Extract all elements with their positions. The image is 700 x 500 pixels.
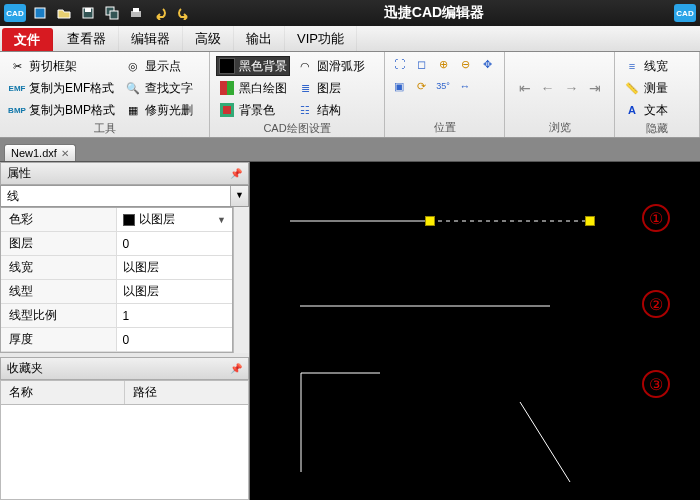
prop-val: 以图层 xyxy=(117,256,233,279)
label: 查找文字 xyxy=(145,80,193,97)
scrollbar[interactable] xyxy=(233,207,249,353)
target-icon: ◎ xyxy=(125,58,141,74)
menu-viewer[interactable]: 查看器 xyxy=(55,26,119,51)
prop-key: 图层 xyxy=(1,232,117,255)
zoom-extents-icon[interactable]: ⛶ xyxy=(391,56,407,72)
prop-val: 0 xyxy=(117,328,233,351)
prop-val: 1 xyxy=(117,304,233,327)
save-icon[interactable] xyxy=(78,3,98,23)
find-text-button[interactable]: 🔍查找文字 xyxy=(122,78,196,98)
app-title: 迅捷CAD编辑器 xyxy=(198,4,670,22)
measure-button[interactable]: 📏测量 xyxy=(621,78,671,98)
prop-val: 以图层 xyxy=(117,280,233,303)
properties-header: 属性 📌 xyxy=(0,162,249,185)
bw-icon xyxy=(219,80,235,96)
app-logo-right: CAD xyxy=(674,4,696,22)
chevron-down-icon[interactable]: ▼ xyxy=(217,215,226,225)
annotation-2: ② xyxy=(642,290,670,318)
label: 黑白绘图 xyxy=(239,80,287,97)
document-tab[interactable]: New1.dxf ✕ xyxy=(4,144,76,161)
object-type-select[interactable]: ▼ xyxy=(0,185,249,207)
grip-handle[interactable] xyxy=(426,217,434,225)
prop-val: 0 xyxy=(117,232,233,255)
label: 背景色 xyxy=(239,102,275,119)
fit-icon[interactable]: ▣ xyxy=(391,78,407,94)
pin-icon[interactable]: 📌 xyxy=(230,363,242,374)
prop-row-lts[interactable]: 线型比例1 xyxy=(1,304,232,328)
trim-button[interactable]: ▦修剪光删 xyxy=(122,100,196,120)
label: 图层 xyxy=(317,80,341,97)
chevron-down-icon[interactable]: ▼ xyxy=(230,186,248,206)
col-path[interactable]: 路径 xyxy=(125,381,165,404)
bg-color-button[interactable]: 背景色 xyxy=(216,100,290,120)
prop-row-color[interactable]: 色彩 以图层▼ xyxy=(1,208,232,232)
text-icon: A xyxy=(624,102,640,118)
prop-row-layer[interactable]: 图层0 xyxy=(1,232,232,256)
redo-icon[interactable] xyxy=(174,3,194,23)
structure-button[interactable]: ☷结构 xyxy=(294,100,368,120)
grip-handle[interactable] xyxy=(586,217,594,225)
svg-rect-7 xyxy=(220,81,227,95)
show-points-button[interactable]: ◎显示点 xyxy=(122,56,196,76)
bw-draw-button[interactable]: 黑白绘图 xyxy=(216,78,290,98)
menubar: 文件 查看器 编辑器 高级 输出 VIP功能 xyxy=(0,26,700,52)
object-type-input[interactable] xyxy=(1,186,230,206)
label: 复制为BMP格式 xyxy=(29,102,115,119)
saveas-icon[interactable] xyxy=(102,3,122,23)
group-label: 位置 xyxy=(391,119,498,135)
undo-icon[interactable] xyxy=(150,3,170,23)
lineweight-button[interactable]: ≡线宽 xyxy=(621,56,671,76)
layer-icon: ≣ xyxy=(297,80,313,96)
layers-button[interactable]: ≣图层 xyxy=(294,78,368,98)
menu-file[interactable]: 文件 xyxy=(2,28,53,51)
menu-editor[interactable]: 编辑器 xyxy=(119,26,183,51)
nav-next-icon[interactable]: → xyxy=(562,80,582,96)
pin-icon[interactable]: 📌 xyxy=(230,168,242,179)
nav-prev-icon[interactable]: ← xyxy=(538,80,558,96)
measure-icon[interactable]: ↔ xyxy=(457,78,473,94)
print-icon[interactable] xyxy=(126,3,146,23)
prop-row-lw[interactable]: 线宽以图层 xyxy=(1,256,232,280)
zoom-in-icon[interactable]: ⊕ xyxy=(435,56,451,72)
prop-row-lt[interactable]: 线型以图层 xyxy=(1,280,232,304)
drawing-canvas[interactable]: ① ② ③ xyxy=(250,162,700,500)
smooth-arc-button[interactable]: ◠圆滑弧形 xyxy=(294,56,368,76)
group-label: 浏览 xyxy=(511,119,608,135)
workspace: 属性 📌 ▼ 色彩 以图层▼ 图层0 线宽以图层 线型以图层 线型比例1 厚度0… xyxy=(0,162,700,500)
copy-emf-button[interactable]: EMF复制为EMF格式 xyxy=(6,78,118,98)
text-button[interactable]: A文本 xyxy=(621,100,671,120)
pan-icon[interactable]: ✥ xyxy=(479,56,495,72)
zoom-window-icon[interactable]: ◻ xyxy=(413,56,429,72)
prop-row-thk[interactable]: 厚度0 xyxy=(1,328,232,352)
ribbon: ✂剪切框架 EMF复制为EMF格式 BMP复制为BMP格式 ◎显示点 🔍查找文字… xyxy=(0,52,700,138)
menu-vip[interactable]: VIP功能 xyxy=(285,26,357,51)
svg-line-14 xyxy=(520,402,570,482)
nav-first-icon[interactable]: ⇤ xyxy=(516,80,534,96)
bmp-icon: BMP xyxy=(9,102,25,118)
left-panel: 属性 📌 ▼ 色彩 以图层▼ 图层0 线宽以图层 线型以图层 线型比例1 厚度0… xyxy=(0,162,250,500)
new-icon[interactable] xyxy=(30,3,50,23)
lineweight-icon: ≡ xyxy=(624,58,640,74)
crop-frame-button[interactable]: ✂剪切框架 xyxy=(6,56,118,76)
svg-rect-6 xyxy=(133,8,139,12)
label: 修剪光删 xyxy=(145,102,193,119)
nav-last-icon[interactable]: ⇥ xyxy=(586,80,604,96)
zoom-out-icon[interactable]: ⊖ xyxy=(457,56,473,72)
angle-icon[interactable]: 35° xyxy=(435,78,451,94)
black-bg-button[interactable]: 黑色背景 xyxy=(216,56,290,76)
blackbg-icon xyxy=(219,58,235,74)
label: 剪切框架 xyxy=(29,58,77,75)
menu-output[interactable]: 输出 xyxy=(234,26,285,51)
rotate-icon[interactable]: ⟳ xyxy=(413,78,429,94)
label: 黑色背景 xyxy=(239,58,287,75)
copy-bmp-button[interactable]: BMP复制为BMP格式 xyxy=(6,100,118,120)
label: 文本 xyxy=(644,102,668,119)
menu-advanced[interactable]: 高级 xyxy=(183,26,234,51)
document-tabs: New1.dxf ✕ xyxy=(0,138,700,162)
open-icon[interactable] xyxy=(54,3,74,23)
prop-key: 线型比例 xyxy=(1,304,117,327)
close-icon[interactable]: ✕ xyxy=(61,148,69,159)
col-name[interactable]: 名称 xyxy=(1,381,125,404)
app-logo: CAD xyxy=(4,4,26,22)
prop-key: 厚度 xyxy=(1,328,117,351)
